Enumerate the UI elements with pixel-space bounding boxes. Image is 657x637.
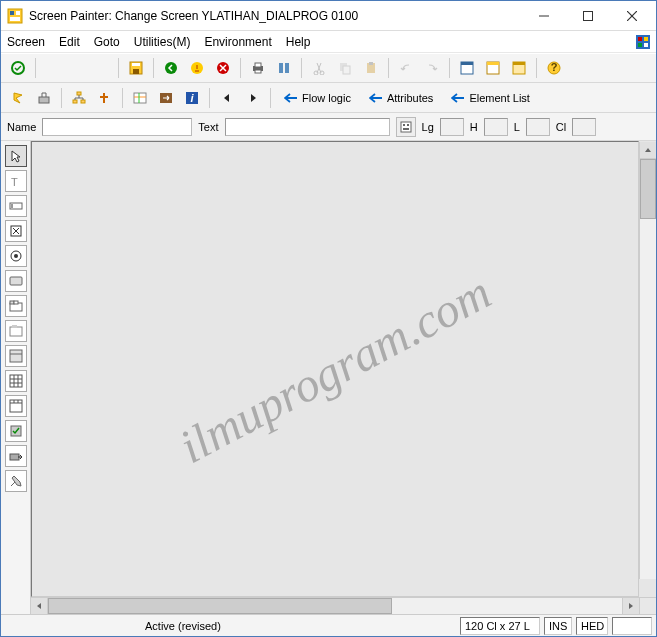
layout-icon[interactable] — [129, 87, 151, 109]
undo-button[interactable] — [395, 57, 417, 79]
close-button[interactable] — [610, 2, 654, 30]
svg-rect-1 — [10, 11, 14, 15]
tabstrip-tool[interactable] — [5, 295, 27, 317]
ok-code-tool[interactable] — [5, 445, 27, 467]
scroll-thumb-h[interactable] — [48, 598, 392, 614]
svg-rect-77 — [10, 400, 22, 412]
test-icon[interactable] — [33, 87, 55, 109]
table-control-tool[interactable] — [5, 370, 27, 392]
flow-logic-button[interactable]: Flow logic — [277, 87, 358, 109]
status-icon-tool[interactable] — [5, 420, 27, 442]
svg-rect-44 — [81, 100, 85, 103]
print-button[interactable] — [247, 57, 269, 79]
sap-logo — [636, 35, 650, 49]
pushbutton-tool[interactable] — [5, 270, 27, 292]
main-toolbar: ? — [1, 53, 656, 83]
cut-button[interactable] — [308, 57, 330, 79]
svg-rect-43 — [73, 100, 77, 103]
exit-button[interactable] — [186, 57, 208, 79]
window-controls — [522, 2, 654, 30]
work-area: T ilmuprogram.com — [1, 141, 656, 614]
back-button[interactable] — [160, 57, 182, 79]
checkbox-tool[interactable] — [5, 220, 27, 242]
scroll-corner — [639, 598, 656, 614]
element-list-button[interactable]: Element List — [444, 87, 537, 109]
hierarchy-icon[interactable] — [68, 87, 90, 109]
menubar: Screen Edit Goto Utilities(M) Environmen… — [1, 31, 656, 53]
subscreen-tool[interactable] — [5, 345, 27, 367]
arrow-left-icon — [369, 93, 383, 103]
activate-icon[interactable] — [7, 87, 29, 109]
vertical-scrollbar[interactable] — [639, 142, 656, 579]
svg-rect-53 — [403, 124, 405, 126]
h-input[interactable] — [484, 118, 508, 136]
svg-rect-26 — [285, 63, 289, 73]
horizontal-scrollbar[interactable] — [31, 597, 656, 614]
save-button[interactable] — [125, 57, 147, 79]
svg-rect-69 — [12, 325, 17, 328]
svg-rect-3 — [10, 17, 20, 21]
delete-tool[interactable] — [5, 470, 27, 492]
svg-rect-32 — [369, 62, 373, 65]
box-tool[interactable] — [5, 320, 27, 342]
scroll-right-icon[interactable] — [622, 598, 639, 614]
layout-canvas[interactable]: ilmuprogram.com — [31, 141, 639, 597]
window3-button[interactable] — [508, 57, 530, 79]
svg-rect-16 — [133, 69, 139, 74]
menu-help[interactable]: Help — [286, 35, 311, 49]
svg-rect-67 — [14, 301, 18, 304]
svg-rect-52 — [401, 122, 411, 132]
cancel-button[interactable] — [212, 57, 234, 79]
svg-rect-24 — [255, 70, 261, 73]
svg-rect-42 — [77, 92, 81, 95]
svg-rect-66 — [10, 301, 14, 304]
text-input[interactable] — [225, 118, 390, 136]
app-window: Screen Painter: Change Screen YLATIHAN_D… — [0, 0, 657, 637]
window2-button[interactable] — [482, 57, 504, 79]
menu-environment[interactable]: Environment — [204, 35, 271, 49]
copy-button[interactable] — [334, 57, 356, 79]
svg-rect-64 — [10, 277, 22, 285]
svg-rect-10 — [644, 37, 648, 41]
paste-button[interactable] — [360, 57, 382, 79]
menu-edit[interactable]: Edit — [59, 35, 80, 49]
custom-control-tool[interactable] — [5, 395, 27, 417]
cl-input[interactable] — [572, 118, 596, 136]
l-input[interactable] — [526, 118, 550, 136]
redo-button[interactable] — [421, 57, 443, 79]
menu-screen[interactable]: Screen — [7, 35, 45, 49]
scroll-thumb[interactable] — [640, 159, 656, 219]
text-picker-button[interactable] — [396, 117, 416, 137]
svg-rect-2 — [16, 11, 20, 15]
maximize-button[interactable] — [566, 2, 610, 30]
window1-button[interactable] — [456, 57, 478, 79]
radio-tool[interactable] — [5, 245, 27, 267]
text-tool[interactable]: T — [5, 170, 27, 192]
menu-utilities[interactable]: Utilities(M) — [134, 35, 191, 49]
scroll-up-icon[interactable] — [640, 142, 656, 159]
status-dims: 120 Cl x 27 L — [460, 617, 540, 635]
enter-button[interactable] — [7, 57, 29, 79]
find-button[interactable] — [273, 57, 295, 79]
next-button[interactable] — [242, 87, 264, 109]
svg-rect-11 — [638, 43, 642, 47]
svg-rect-72 — [10, 375, 22, 387]
svg-rect-5 — [584, 11, 593, 20]
attributes-button[interactable]: Attributes — [362, 87, 440, 109]
menu-goto[interactable]: Goto — [94, 35, 120, 49]
svg-point-63 — [14, 254, 18, 258]
svg-rect-41 — [39, 97, 49, 103]
dictionary-icon[interactable] — [94, 87, 116, 109]
info-icon[interactable]: i — [181, 87, 203, 109]
attribute-window-icon[interactable] — [155, 87, 177, 109]
help-button[interactable]: ? — [543, 57, 565, 79]
scroll-left-icon[interactable] — [31, 598, 48, 614]
status-extra — [612, 617, 652, 635]
cursor-tool[interactable] — [5, 145, 27, 167]
lg-input[interactable] — [440, 118, 464, 136]
minimize-button[interactable] — [522, 2, 566, 30]
input-field-tool[interactable] — [5, 195, 27, 217]
prev-button[interactable] — [216, 87, 238, 109]
name-input[interactable] — [42, 118, 192, 136]
watermark-text: ilmuprogram.com — [170, 264, 499, 474]
